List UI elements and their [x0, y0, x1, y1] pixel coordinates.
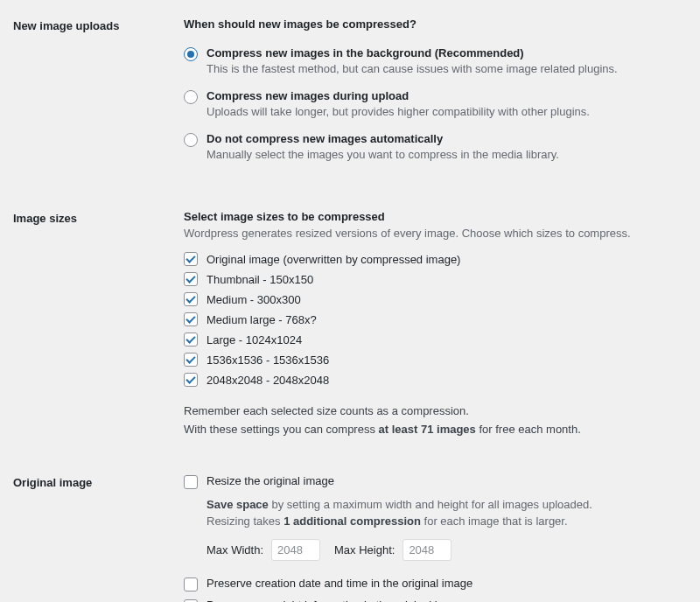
radio-icon[interactable] [184, 133, 198, 147]
section-new-image-uploads: New image uploads When should new images… [13, 18, 700, 175]
resize-desc: Save space by setting a maximum width an… [206, 496, 682, 530]
checkbox-resize-original[interactable]: Resize the original image [184, 474, 682, 489]
checkbox-label: Large - 1024x1024 [206, 333, 302, 346]
checkbox-medium-large[interactable]: Medium large - 768x? [184, 312, 682, 326]
checkbox-icon[interactable] [184, 599, 198, 602]
section-image-sizes: Image sizes Select image sizes to be com… [13, 210, 700, 439]
section-label-original: Original image [13, 474, 184, 602]
checkbox-label: 2048x2048 - 2048x2048 [206, 374, 329, 387]
checkbox-label: Preserve creation date and time in the o… [206, 577, 472, 590]
radio-compress-background[interactable]: Compress new images in the background (R… [184, 46, 682, 75]
uploads-radio-group: Compress new images in the background (R… [184, 46, 682, 161]
checkbox-medium[interactable]: Medium - 300x300 [184, 292, 682, 306]
checkbox-icon[interactable] [184, 578, 198, 592]
sizes-reminder: Remember each selected size counts as a … [184, 402, 682, 439]
checkbox-2048[interactable]: 2048x2048 - 2048x2048 [184, 373, 682, 387]
checkbox-original[interactable]: Original image (overwritten by compresse… [184, 252, 682, 266]
checkbox-icon[interactable] [184, 332, 198, 346]
sizes-sub: Wordpress generates resized versions of … [184, 227, 682, 240]
checkbox-icon[interactable] [184, 353, 198, 367]
max-height-label: Max Height: [334, 543, 395, 556]
radio-desc: This is the fastest method, but can caus… [206, 62, 682, 75]
checkbox-label: Preserve copyright information in the or… [206, 598, 466, 602]
checkbox-label: Medium large - 768x? [206, 313, 317, 326]
radio-no-compress[interactable]: Do not compress new images automatically… [184, 132, 682, 161]
checkbox-icon[interactable] [184, 252, 198, 266]
radio-desc: Manually select the images you want to c… [206, 148, 682, 161]
section-original-image: Original image Resize the original image… [13, 474, 700, 602]
checkbox-icon[interactable] [184, 272, 198, 286]
checkbox-label: 1536x1536 - 1536x1536 [206, 354, 329, 367]
checkbox-icon[interactable] [184, 475, 198, 489]
checkbox-icon[interactable] [184, 312, 198, 326]
reminder-line1: Remember each selected size counts as a … [184, 402, 682, 421]
radio-title: Compress new images in the background (R… [206, 46, 682, 60]
checkbox-1536[interactable]: 1536x1536 - 1536x1536 [184, 353, 682, 367]
sizes-heading: Select image sizes to be compressed [184, 210, 682, 223]
dimension-inputs: Max Width: Max Height: [206, 539, 682, 561]
radio-icon[interactable] [184, 90, 198, 104]
checkbox-preserve-copyright[interactable]: Preserve copyright information in the or… [184, 598, 682, 602]
checkbox-label: Original image (overwritten by compresse… [206, 253, 460, 266]
uploads-heading: When should new images be compressed? [184, 18, 682, 31]
max-height-input[interactable] [402, 539, 452, 561]
checkbox-thumbnail[interactable]: Thumbnail - 150x150 [184, 272, 682, 286]
reminder-line2: With these settings you can compress at … [184, 421, 682, 439]
checkbox-preserve-date[interactable]: Preserve creation date and time in the o… [184, 577, 682, 592]
section-label-sizes: Image sizes [13, 210, 184, 439]
max-width-label: Max Width: [206, 543, 263, 556]
radio-desc: Uploads will take longer, but provides h… [206, 105, 682, 118]
radio-title: Do not compress new images automatically [206, 132, 682, 145]
checkbox-label: Thumbnail - 150x150 [206, 273, 313, 286]
sizes-checkbox-list: Original image (overwritten by compresse… [184, 252, 682, 387]
checkbox-label: Resize the original image [206, 474, 334, 487]
checkbox-icon[interactable] [184, 292, 198, 306]
section-label-uploads: New image uploads [13, 18, 184, 175]
checkbox-large[interactable]: Large - 1024x1024 [184, 332, 682, 346]
checkbox-label: Medium - 300x300 [206, 293, 301, 306]
radio-icon[interactable] [184, 47, 198, 61]
radio-compress-upload[interactable]: Compress new images during upload Upload… [184, 89, 682, 118]
checkbox-icon[interactable] [184, 373, 198, 387]
radio-title: Compress new images during upload [206, 89, 682, 102]
max-width-input[interactable] [271, 539, 320, 561]
